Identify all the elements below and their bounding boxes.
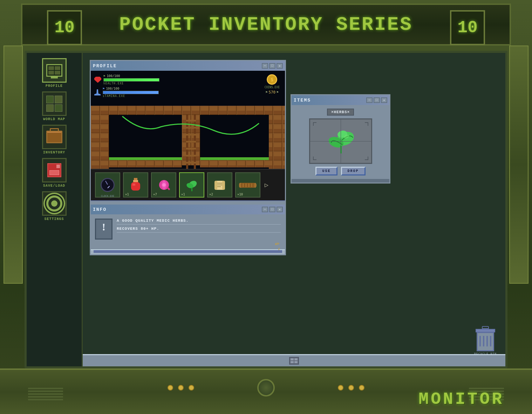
profile-maximize-btn[interactable]: □ xyxy=(269,63,275,69)
info-underline-1 xyxy=(117,224,281,225)
item-buttons: USE DROP xyxy=(315,167,365,175)
stamina-bar-bg xyxy=(103,91,159,94)
drop-button[interactable]: DROP xyxy=(341,167,366,175)
sidebar-item-settings[interactable]: SETTINGS xyxy=(32,191,77,221)
svg-rect-16 xyxy=(200,106,269,115)
item-slot-wood[interactable]: ×10 xyxy=(235,172,260,198)
use-button[interactable]: USE xyxy=(315,167,337,175)
crosshair-vertical xyxy=(341,119,341,163)
recycle-bin[interactable]: RECYCLE BIN xyxy=(474,332,497,356)
sidebar-item-profile[interactable]: PROFILE xyxy=(32,58,77,88)
taskbar-start-icon[interactable] xyxy=(289,357,299,365)
monitor-frame: 10 POCKET INVENTORY SERIES 10 PROFILE xyxy=(0,0,532,414)
scroll-icon xyxy=(213,178,226,192)
svg-rect-10 xyxy=(91,106,109,179)
info-underline-2 xyxy=(117,232,281,233)
profile-window-controls: — □ ✕ xyxy=(262,63,283,69)
candy-icon xyxy=(157,178,170,192)
item-slot-clock[interactable]: CLOCK.EXE xyxy=(95,172,120,198)
health-bar-fill xyxy=(104,78,159,81)
health-bar-row: ⚑ 100/100 hEALTH.EXE xyxy=(94,74,159,85)
panel-dot-1 xyxy=(168,385,173,391)
bin-lines xyxy=(479,333,491,346)
coins-label: COINS.EXE xyxy=(265,86,280,89)
items-window-title: ITEMS xyxy=(294,98,311,103)
panel-dot-3 xyxy=(189,385,194,391)
exclamation-mark: ! xyxy=(102,222,105,232)
item-slot-herb[interactable]: ×1 xyxy=(179,172,204,198)
item-slot-potion[interactable]: ×1 xyxy=(123,172,148,198)
worldmap-icon xyxy=(46,96,62,112)
profile-minimize-btn[interactable]: — xyxy=(262,63,268,69)
sidebar-label-inventory: INVENTORY xyxy=(43,151,65,154)
worldmap-icon-box xyxy=(42,91,67,116)
stamina-bar-container: ⚑ 100/100 sTAMINA.EXE xyxy=(103,87,159,98)
panel-center-knob[interactable] xyxy=(257,379,275,396)
item-name-tag: ×HERBS× xyxy=(327,109,354,116)
hud-top: ⚑ 100/100 hEALTH.EXE xyxy=(94,74,159,98)
sidebar-label-saveload: SAVE/LOAD xyxy=(43,184,65,188)
svg-rect-17 xyxy=(109,157,182,160)
bin-lid xyxy=(476,329,495,332)
panel-dot-6 xyxy=(359,385,364,391)
items-content: ×HERBS× xyxy=(292,105,389,179)
info-bottom-bar xyxy=(91,250,285,254)
items-close-btn[interactable]: ✕ xyxy=(381,97,387,103)
items-titlebar: ITEMS — □ ✕ xyxy=(292,95,389,105)
info-scrollbar[interactable] xyxy=(94,250,282,253)
inventory-bar: CLOCK.EXE ×1 xyxy=(91,169,285,200)
info-window-title: INFO xyxy=(93,207,107,212)
sidebar-item-saveload[interactable]: SAVE/LOAD xyxy=(32,158,77,188)
info-content: ! A GOOD QUALITY MEDIC HERBS. RECOVERS 8… xyxy=(91,214,285,249)
taskbar xyxy=(83,354,505,366)
wood-icon xyxy=(239,179,257,191)
sidebar-item-worldmap[interactable]: WORLD MAP xyxy=(32,91,77,121)
monitor-bottom: MONITOR xyxy=(0,368,532,414)
info-line-1: A GOOD QUALITY MEDIC HERBS. xyxy=(117,219,281,223)
info-window-controls: — □ ✕ xyxy=(262,207,283,212)
svg-rect-18 xyxy=(200,157,269,160)
sidebar-label-worldmap: WORLD MAP xyxy=(43,117,65,121)
svg-rect-59 xyxy=(217,185,222,185)
stamina-label: sTAMINA.EXE xyxy=(103,95,159,98)
bin-icon xyxy=(477,332,494,351)
profile-close-btn[interactable]: ✕ xyxy=(277,63,283,69)
inventory-icon-box xyxy=(42,125,67,149)
potion-icon xyxy=(129,178,142,192)
svg-rect-60 xyxy=(217,186,221,187)
info-minimize-btn[interactable]: — xyxy=(262,207,268,212)
info-titlebar: INFO — □ ✕ xyxy=(91,205,285,214)
game-screen: ⚑ 100/100 hEALTH.EXE xyxy=(91,71,285,200)
svg-rect-56 xyxy=(214,181,217,190)
info-text-block: A GOOD QUALITY MEDIC HERBS. RECOVERS 80+… xyxy=(117,219,281,245)
herb-slot-icon xyxy=(185,178,198,192)
items-minimize-btn[interactable]: — xyxy=(366,97,373,103)
health-fraction: 100/100 xyxy=(107,74,120,78)
wood-count: ×10 xyxy=(237,193,243,196)
info-maximize-btn[interactable]: □ xyxy=(269,207,275,212)
items-scrollbar-area xyxy=(292,179,389,182)
items-window-controls: — □ ✕ xyxy=(366,97,387,103)
panel-dot-4 xyxy=(338,385,343,391)
clock-face-icon xyxy=(101,178,115,192)
sidebar-item-inventory[interactable]: INVENTORY xyxy=(32,125,77,154)
svg-rect-47 xyxy=(131,182,140,191)
pillar-right xyxy=(509,46,528,284)
scroll-count: ×2 xyxy=(209,193,213,196)
item-slot-scroll[interactable]: ×2 xyxy=(207,172,232,198)
clock-exe-label: CLOCK.EXE xyxy=(101,195,114,198)
item-slot-candy[interactable]: ×7 xyxy=(151,172,176,198)
svg-rect-28 xyxy=(186,155,196,157)
profile-icon xyxy=(46,64,62,77)
panel-dot-5 xyxy=(348,385,354,391)
sidebar-label-settings: SETTINGS xyxy=(44,217,64,221)
sword-icon xyxy=(94,89,101,96)
svg-rect-23 xyxy=(186,120,196,122)
coin-icon: $ xyxy=(267,74,277,85)
info-close-btn[interactable]: ✕ xyxy=(277,207,283,212)
profile-titlebar: PROFILE — □ ✕ xyxy=(91,61,285,71)
stamina-bar-fill xyxy=(103,91,158,94)
svg-rect-25 xyxy=(186,134,196,136)
settings-icon xyxy=(46,195,63,212)
items-maximize-btn[interactable]: □ xyxy=(374,97,380,103)
